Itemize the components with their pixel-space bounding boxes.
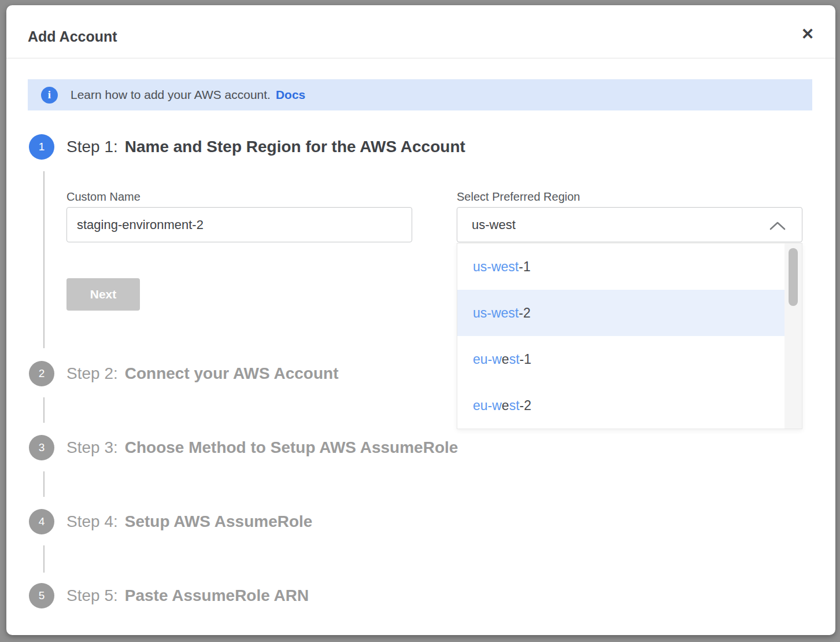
listbox-scrollbar-track[interactable] — [785, 243, 802, 429]
option-match-text: us-west — [473, 259, 519, 275]
option-match-text: st — [509, 352, 520, 367]
step-name-5: Paste AssumeRole ARN — [125, 586, 309, 604]
option-plain-text: e — [502, 352, 509, 367]
step-name-3: Choose Method to Setup AWS AssumeRole — [125, 438, 458, 456]
step-name-2: Connect your AWS Account — [125, 364, 339, 382]
option-match-text: us-west — [473, 305, 519, 321]
step-prefix-1: Step 1: — [66, 138, 118, 156]
region-listbox: us-west-1 us-west-2 eu-west-1 eu-west-2 — [457, 243, 802, 429]
option-plain-text: -1 — [520, 352, 531, 367]
step-indicator-2: 2 — [29, 361, 54, 386]
step-row-3: 3 Step 3:Choose Method to Setup AWS Assu… — [29, 435, 458, 460]
step-indicator-3: 3 — [29, 435, 54, 460]
step-row-1: 1 Step 1:Name and Step Region for the AW… — [29, 134, 465, 160]
option-plain-text: -1 — [519, 259, 530, 275]
step-prefix-4: Step 4: — [66, 512, 118, 530]
step-prefix-5: Step 5: — [66, 586, 118, 604]
region-option-us-west-2[interactable]: us-west-2 — [457, 290, 785, 336]
step-connector-2 — [43, 397, 45, 423]
step-title-4: Step 4:Setup AWS AssumeRole — [66, 512, 312, 531]
custom-name-label: Custom Name — [66, 190, 140, 204]
option-match-text: eu-w — [473, 398, 502, 414]
custom-name-field[interactable] — [66, 207, 412, 242]
next-button[interactable]: Next — [66, 278, 140, 311]
step-connector-1 — [43, 171, 45, 348]
banner-text: Learn how to add your AWS account. — [71, 88, 271, 102]
step-prefix-3: Step 3: — [66, 438, 118, 456]
region-option-us-west-1[interactable]: us-west-1 — [457, 243, 785, 290]
close-button[interactable]: ✕ — [796, 23, 819, 46]
option-plain-text: -2 — [520, 398, 531, 414]
option-plain-text: e — [502, 398, 509, 414]
step-row-4: 4 Step 4:Setup AWS AssumeRole — [29, 509, 312, 534]
listbox-scrollbar-thumb[interactable] — [789, 248, 798, 306]
step-title-5: Step 5:Paste AssumeRole ARN — [66, 586, 309, 605]
close-icon: ✕ — [801, 25, 815, 43]
option-plain-text: -2 — [519, 305, 530, 321]
region-option-eu-west-2[interactable]: eu-west-2 — [457, 382, 785, 429]
step-name-1: Name and Step Region for the AWS Account — [125, 138, 465, 156]
region-combobox[interactable]: us-west — [457, 207, 802, 242]
region-option-eu-west-1[interactable]: eu-west-1 — [457, 336, 785, 382]
info-banner: i Learn how to add your AWS account. Doc… — [28, 79, 812, 110]
step-connector-3 — [43, 471, 45, 497]
info-icon: i — [41, 87, 58, 104]
docs-link[interactable]: Docs — [276, 88, 305, 102]
step-row-5: 5 Step 5:Paste AssumeRole ARN — [29, 583, 309, 608]
region-combobox-value: us-west — [472, 217, 516, 233]
step-title-3: Step 3:Choose Method to Setup AWS Assume… — [66, 438, 458, 457]
step-name-4: Setup AWS AssumeRole — [125, 512, 313, 530]
step-indicator-5: 5 — [29, 583, 54, 608]
step-indicator-1: 1 — [29, 134, 54, 160]
chevron-up-icon[interactable] — [769, 222, 786, 233]
step-row-2: 2 Step 2:Connect your AWS Account — [29, 361, 338, 386]
step-title-2: Step 2:Connect your AWS Account — [66, 364, 338, 383]
page-title: Add Account — [28, 28, 117, 45]
step-title-1: Step 1:Name and Step Region for the AWS … — [66, 138, 465, 156]
step-prefix-2: Step 2: — [66, 364, 118, 382]
option-match-text: eu-w — [473, 352, 502, 367]
add-account-modal: Add Account ✕ i Learn how to add your AW… — [6, 5, 835, 635]
region-label: Select Preferred Region — [457, 190, 580, 204]
step-indicator-4: 4 — [29, 509, 54, 534]
option-match-text: st — [509, 398, 520, 414]
region-options: us-west-1 us-west-2 eu-west-1 eu-west-2 — [457, 243, 785, 429]
step-connector-4 — [43, 545, 45, 573]
header-divider — [6, 58, 835, 58]
